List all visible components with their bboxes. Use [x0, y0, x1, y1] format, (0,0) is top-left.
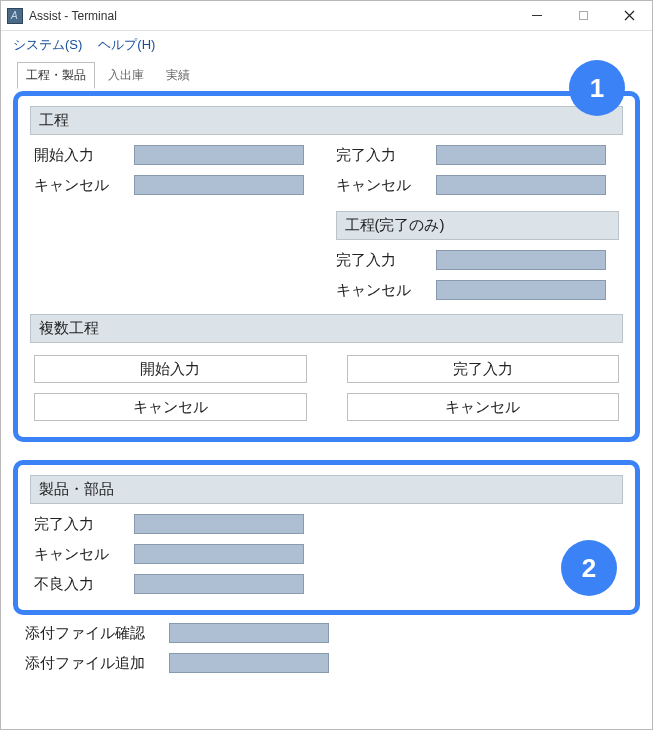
label-complete-input-2: 完了入力	[336, 251, 428, 270]
process-left-col: 開始入力 キャンセル	[34, 145, 318, 300]
label-product-defect: 不良入力	[34, 575, 126, 594]
app-icon	[7, 8, 23, 24]
label-attach-confirm: 添付ファイル確認	[25, 624, 165, 643]
minimize-button[interactable]	[514, 1, 560, 30]
menu-system[interactable]: システム(S)	[9, 34, 86, 56]
label-product-cancel: キャンセル	[34, 545, 126, 564]
row-product-complete: 完了入力	[34, 514, 619, 534]
annotation-box-1: 1 工程 開始入力 キャンセル 完了入力	[13, 91, 640, 442]
annotation-badge-1: 1	[569, 60, 625, 116]
slot-product-cancel[interactable]	[134, 544, 304, 564]
product-fields: 完了入力 キャンセル 不良入力	[30, 504, 623, 594]
tab-results[interactable]: 実績	[157, 62, 199, 89]
annotation-badge-2: 2	[561, 540, 617, 596]
label-attach-add: 添付ファイル追加	[25, 654, 165, 673]
client-area: 工程・製品 入出庫 実績 1 工程 開始入力 キャンセル	[1, 59, 652, 729]
slot-complete-input-2[interactable]	[436, 250, 606, 270]
section-header-multi: 複数工程	[30, 314, 623, 343]
menubar: システム(S) ヘルプ(H)	[1, 31, 652, 59]
slot-complete-input[interactable]	[436, 145, 606, 165]
process-right-col: 完了入力 キャンセル 工程(完了のみ) 完了入力 キャンセル	[336, 145, 620, 300]
label-start-input: 開始入力	[34, 146, 126, 165]
button-multi-cancel-right[interactable]: キャンセル	[347, 393, 620, 421]
button-multi-cancel-left[interactable]: キャンセル	[34, 393, 307, 421]
label-complete-input: 完了入力	[336, 146, 428, 165]
slot-product-defect[interactable]	[134, 574, 304, 594]
slot-cancel-right[interactable]	[436, 175, 606, 195]
row-attach-confirm: 添付ファイル確認	[25, 623, 628, 643]
row-attach-add: 添付ファイル追加	[25, 653, 628, 673]
section-header-product: 製品・部品	[30, 475, 623, 504]
label-product-complete: 完了入力	[34, 515, 126, 534]
tab-strip: 工程・製品 入出庫 実績	[13, 67, 640, 89]
button-multi-start[interactable]: 開始入力	[34, 355, 307, 383]
tab-process-product[interactable]: 工程・製品	[17, 62, 95, 89]
label-cancel-left: キャンセル	[34, 176, 126, 195]
annotation-box-2: 2 製品・部品 完了入力 キャンセル 不良入力	[13, 460, 640, 615]
row-cancel-right: キャンセル	[336, 175, 620, 195]
slot-attach-confirm[interactable]	[169, 623, 329, 643]
slot-cancel-left[interactable]	[134, 175, 304, 195]
section-header-complete-only: 工程(完了のみ)	[336, 211, 620, 240]
button-multi-complete[interactable]: 完了入力	[347, 355, 620, 383]
slot-product-complete[interactable]	[134, 514, 304, 534]
section-header-process: 工程	[30, 106, 623, 135]
window-title: Assist - Terminal	[29, 9, 514, 23]
titlebar-buttons	[514, 1, 652, 30]
row-cancel-left: キャンセル	[34, 175, 318, 195]
attachment-area: 添付ファイル確認 添付ファイル追加	[13, 615, 640, 673]
label-cancel-2: キャンセル	[336, 281, 428, 300]
process-grid: 開始入力 キャンセル 完了入力 キャンセル	[30, 135, 623, 304]
row-cancel-2: キャンセル	[336, 280, 620, 300]
label-cancel-right: キャンセル	[336, 176, 428, 195]
close-button[interactable]	[606, 1, 652, 30]
app-window: Assist - Terminal システム(S) ヘルプ(H) 工程・製品 入…	[0, 0, 653, 730]
tab-inout[interactable]: 入出庫	[99, 62, 153, 89]
multi-process-area: 開始入力 完了入力 キャンセル キャンセル	[30, 343, 623, 423]
row-product-defect: 不良入力	[34, 574, 619, 594]
row-complete-input-2: 完了入力	[336, 250, 620, 270]
row-product-cancel: キャンセル	[34, 544, 619, 564]
maximize-button[interactable]	[560, 1, 606, 30]
slot-start-input[interactable]	[134, 145, 304, 165]
slot-cancel-2[interactable]	[436, 280, 606, 300]
titlebar: Assist - Terminal	[1, 1, 652, 31]
menu-help[interactable]: ヘルプ(H)	[94, 34, 159, 56]
slot-attach-add[interactable]	[169, 653, 329, 673]
row-complete-input: 完了入力	[336, 145, 620, 165]
row-start-input: 開始入力	[34, 145, 318, 165]
